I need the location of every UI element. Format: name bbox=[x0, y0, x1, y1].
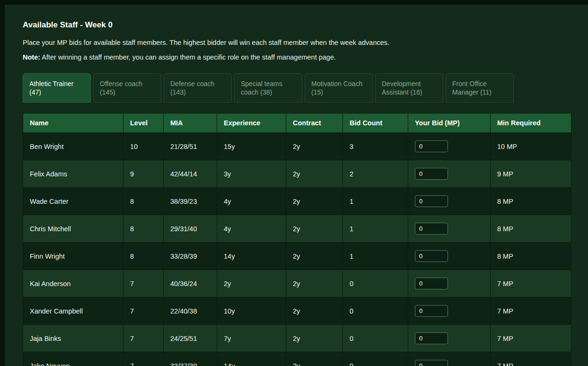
cell-mia: 24/25/51 bbox=[164, 325, 217, 352]
cell-mia: 22/40/38 bbox=[164, 297, 217, 325]
bid-input[interactable] bbox=[415, 278, 448, 289]
cell-your-bid bbox=[408, 325, 491, 352]
cell-mia: 42/44/14 bbox=[164, 160, 217, 188]
bid-input[interactable] bbox=[415, 305, 448, 317]
cell-min-required: 10 MP bbox=[491, 133, 571, 160]
available-staff-panel: Available Staff - Week 0 Place your MP b… bbox=[5, 5, 588, 366]
cell-experience: 7y bbox=[217, 325, 286, 352]
table-row: Jake Nguyen733/37/3014y2y07 MP bbox=[23, 352, 571, 366]
cell-your-bid bbox=[408, 352, 491, 366]
cell-bid-count: 2 bbox=[343, 160, 408, 188]
cell-bid-count: 1 bbox=[343, 243, 408, 270]
tab-offense-coach-145[interactable]: Offense coach (145) bbox=[93, 73, 161, 103]
tab-front-office-manager-11[interactable]: Front Office Manager (11) bbox=[446, 73, 514, 103]
note-label: Note: bbox=[23, 53, 40, 61]
tab-label: Defense coach (143) bbox=[170, 80, 214, 96]
cell-contract: 2y bbox=[286, 352, 343, 366]
cell-level: 9 bbox=[123, 160, 164, 188]
bid-input[interactable] bbox=[415, 140, 448, 152]
cell-bid-count: 3 bbox=[343, 133, 408, 160]
cell-name: Wade Carter bbox=[23, 188, 123, 215]
cell-contract: 2y bbox=[286, 297, 343, 325]
cell-your-bid bbox=[408, 297, 491, 325]
cell-contract: 2y bbox=[286, 325, 343, 352]
column-header-min-required: Min Required bbox=[491, 113, 571, 133]
page-description: Place your MP bids for available staff m… bbox=[23, 39, 570, 46]
cell-name: Jaja Binks bbox=[23, 325, 123, 352]
bid-input[interactable] bbox=[415, 223, 448, 235]
cell-mia: 33/28/39 bbox=[164, 243, 217, 270]
cell-your-bid bbox=[408, 133, 491, 160]
bid-input[interactable] bbox=[415, 360, 448, 366]
cell-mia: 40/36/24 bbox=[164, 270, 217, 297]
column-header-contract: Contract bbox=[286, 113, 343, 133]
table-row: Kai Anderson740/36/242y2y07 MP bbox=[23, 270, 571, 297]
table-row: Jaja Binks724/25/517y2y07 MP bbox=[23, 325, 571, 352]
cell-bid-count: 0 bbox=[343, 270, 408, 297]
table-body: Ben Wright1021/28/5115y2y310 MPFelix Ada… bbox=[23, 133, 571, 366]
cell-level: 8 bbox=[123, 215, 164, 243]
tab-label: Offense coach (145) bbox=[100, 80, 142, 96]
cell-name: Xander Campbell bbox=[23, 297, 123, 325]
cell-contract: 2y bbox=[286, 270, 343, 297]
bid-input[interactable] bbox=[415, 168, 448, 180]
page-title: Available Staff - Week 0 bbox=[23, 20, 570, 30]
column-header-your-bid-mp: Your Bid (MP) bbox=[408, 113, 491, 133]
cell-name: Finn Wright bbox=[23, 243, 123, 270]
column-header-name: Name bbox=[23, 113, 123, 133]
table-row: Xander Campbell722/40/3810y2y07 MP bbox=[23, 297, 571, 325]
cell-mia: 33/37/30 bbox=[164, 352, 217, 366]
cell-min-required: 8 MP bbox=[491, 215, 571, 243]
cell-experience: 2y bbox=[217, 270, 286, 297]
tab-label: Motivation Coach (15) bbox=[311, 80, 362, 96]
cell-level: 7 bbox=[123, 352, 164, 366]
cell-min-required: 9 MP bbox=[491, 160, 571, 188]
bid-input[interactable] bbox=[415, 332, 448, 344]
tab-athletic-trainer-47[interactable]: Athletic Trainer (47) bbox=[23, 73, 91, 103]
tab-defense-coach-143[interactable]: Defense coach (143) bbox=[164, 73, 232, 103]
cell-experience: 14y bbox=[217, 352, 286, 366]
table-row: Wade Carter838/39/234y2y18 MP bbox=[23, 188, 571, 215]
staff-category-tabs: Athletic Trainer (47)Offense coach (145)… bbox=[23, 73, 570, 103]
tab-label: Development Assistant (16) bbox=[382, 80, 422, 96]
tab-label: Athletic Trainer (47) bbox=[29, 80, 73, 96]
column-header-bid-count: Bid Count bbox=[343, 113, 408, 133]
cell-name: Felix Adams bbox=[23, 160, 123, 188]
cell-mia: 29/31/40 bbox=[164, 215, 217, 243]
cell-level: 7 bbox=[123, 270, 164, 297]
cell-name: Kai Anderson bbox=[23, 270, 123, 297]
tab-label: Front Office Manager (11) bbox=[452, 80, 491, 96]
cell-experience: 14y bbox=[217, 243, 286, 270]
cell-min-required: 7 MP bbox=[491, 297, 571, 325]
table-row: Felix Adams942/44/143y2y29 MP bbox=[23, 160, 571, 188]
cell-bid-count: 1 bbox=[343, 215, 408, 243]
cell-contract: 2y bbox=[286, 188, 343, 215]
tab-motivation-coach-15[interactable]: Motivation Coach (15) bbox=[305, 73, 373, 103]
cell-min-required: 7 MP bbox=[491, 352, 571, 366]
table-row: Chris Mitchell829/31/404y2y18 MP bbox=[23, 215, 571, 243]
note-text: After winning a staff member, you can as… bbox=[40, 53, 336, 61]
cell-contract: 2y bbox=[286, 133, 343, 160]
tab-label: Special teams coach (38) bbox=[241, 80, 282, 96]
cell-experience: 3y bbox=[217, 160, 286, 188]
cell-level: 7 bbox=[123, 325, 164, 352]
column-header-experience: Experience bbox=[217, 113, 286, 133]
cell-level: 8 bbox=[123, 243, 164, 270]
tab-special-teams-coach-38[interactable]: Special teams coach (38) bbox=[234, 73, 302, 103]
cell-experience: 10y bbox=[217, 297, 286, 325]
cell-min-required: 7 MP bbox=[491, 325, 571, 352]
cell-name: Ben Wright bbox=[23, 133, 123, 160]
bid-input[interactable] bbox=[415, 250, 448, 262]
cell-mia: 21/28/51 bbox=[164, 133, 217, 160]
cell-min-required: 8 MP bbox=[491, 188, 571, 215]
cell-mia: 38/39/23 bbox=[164, 188, 217, 215]
cell-bid-count: 0 bbox=[343, 297, 408, 325]
cell-contract: 2y bbox=[286, 160, 343, 188]
cell-your-bid bbox=[408, 215, 491, 243]
cell-level: 7 bbox=[123, 297, 164, 325]
cell-min-required: 7 MP bbox=[491, 270, 571, 297]
tab-development-assistant-16[interactable]: Development Assistant (16) bbox=[375, 73, 443, 103]
cell-bid-count: 0 bbox=[343, 325, 408, 352]
cell-bid-count: 1 bbox=[343, 188, 408, 215]
bid-input[interactable] bbox=[415, 195, 448, 207]
